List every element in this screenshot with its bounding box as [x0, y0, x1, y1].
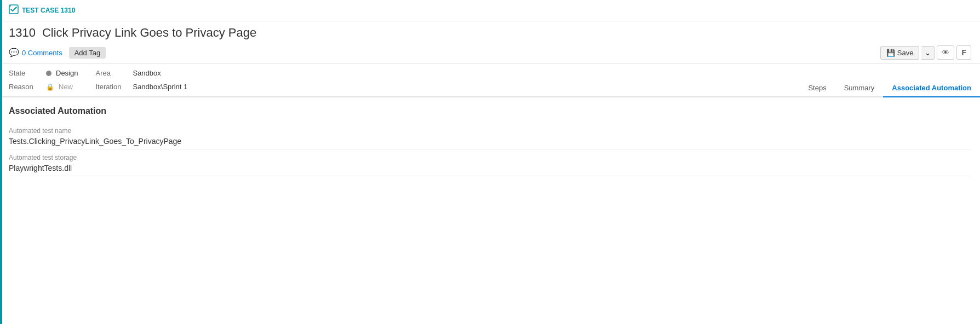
more-options-button[interactable]: F	[956, 45, 971, 60]
tabs-section: Steps Summary Associated Automation	[799, 63, 980, 96]
comments-link[interactable]: 💬 0 Comments	[9, 48, 62, 57]
reason-value: New	[59, 83, 73, 91]
fields-col-2: Area Sandbox Iteration Sandbox\Sprint 1	[95, 69, 187, 91]
state-field-row: State Design	[9, 69, 78, 77]
tab-steps[interactable]: Steps	[799, 79, 835, 97]
state-label: State	[9, 69, 42, 77]
test-case-icon	[9, 4, 19, 16]
test-name-label: Automated test name	[9, 127, 971, 135]
save-dropdown-button[interactable]: ⌄	[921, 46, 935, 60]
chevron-down-icon: ⌄	[925, 49, 931, 57]
area-field-row: Area Sandbox	[95, 69, 187, 77]
test-case-label: TEST CASE 1310	[22, 7, 75, 14]
test-storage-label: Automated test storage	[9, 154, 971, 161]
associated-automation-title: Associated Automation	[9, 106, 971, 116]
content-area: Associated Automation Automated test nam…	[0, 97, 980, 185]
save-button[interactable]: 💾 Save	[880, 46, 920, 60]
toolbar-right: 💾 Save ⌄ 👁 F	[872, 42, 980, 63]
tab-summary[interactable]: Summary	[835, 79, 884, 97]
fields-tabs-row: State Design Reason 🔒 New Area Sandbox I…	[0, 63, 980, 97]
iteration-label: Iteration	[95, 83, 128, 91]
reason-label: Reason	[9, 83, 42, 91]
test-name-block: Automated test name Tests.Clicking_Priva…	[9, 123, 971, 149]
test-storage-value[interactable]: PlaywrightTests.dll	[9, 164, 971, 172]
eye-icon: 👁	[942, 48, 949, 57]
work-item-id: 1310	[9, 26, 36, 40]
fields-col-1: State Design Reason 🔒 New	[9, 69, 78, 91]
add-tag-button[interactable]: Add Tag	[69, 47, 106, 59]
area-label: Area	[95, 69, 128, 77]
comment-icon: 💬	[9, 48, 19, 57]
test-name-value[interactable]: Tests.Clicking_PrivacyLink_Goes_To_Priva…	[9, 137, 971, 146]
iteration-value[interactable]: Sandbox\Sprint 1	[133, 83, 187, 91]
follow-button[interactable]: 👁	[937, 45, 954, 60]
toolbar-left: 💬 0 Comments Add Tag	[0, 42, 872, 63]
lock-icon: 🔒	[46, 83, 54, 91]
save-icon: 💾	[886, 49, 895, 57]
header-bar: TEST CASE 1310	[0, 0, 980, 21]
comments-count: 0 Comments	[22, 49, 62, 57]
state-value[interactable]: Design	[56, 69, 78, 77]
more-icon: F	[961, 48, 966, 57]
reason-field-row: Reason 🔒 New	[9, 83, 78, 91]
left-accent-bar	[0, 0, 2, 185]
test-case-badge: TEST CASE 1310	[9, 4, 75, 16]
iteration-field-row: Iteration Sandbox\Sprint 1	[95, 83, 187, 91]
state-dot	[46, 71, 51, 76]
fields-section: State Design Reason 🔒 New Area Sandbox I…	[0, 63, 799, 96]
area-value[interactable]: Sandbox	[133, 69, 161, 77]
title-row: 1310 Click Privacy Link Goes to Privacy …	[0, 21, 980, 42]
test-storage-block: Automated test storage PlaywrightTests.d…	[9, 149, 971, 176]
tab-associated-automation[interactable]: Associated Automation	[883, 79, 980, 97]
work-item-title: Click Privacy Link Goes to Privacy Page	[42, 26, 256, 40]
save-label: Save	[897, 49, 914, 57]
test-case-svg-icon	[9, 4, 19, 14]
